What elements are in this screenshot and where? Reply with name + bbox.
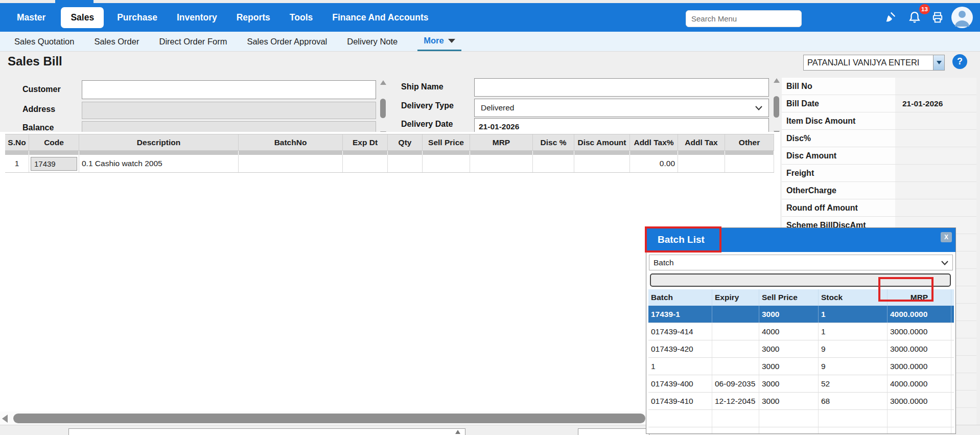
cell-code[interactable]: 17439 [29, 155, 79, 172]
batch-cell-expiry [712, 306, 759, 323]
avatar[interactable] [951, 6, 973, 29]
cell-disc_pct[interactable] [533, 155, 574, 172]
batch-row[interactable]: 017439-414400013000.0000 [648, 323, 954, 340]
address-input[interactable] [82, 102, 376, 119]
scroll-up-icon[interactable] [380, 80, 386, 85]
batch-column-header-stock[interactable]: Stock [819, 289, 888, 306]
summary-value[interactable]: 21-01-2026 [895, 95, 976, 112]
form-mid-scrollbar[interactable] [773, 78, 780, 135]
cell-other[interactable] [725, 155, 774, 172]
batch-cell-stock: 68 [819, 393, 888, 409]
balance-label: Balance [22, 123, 54, 132]
column-header-addl-tax[interactable]: Addl Tax [678, 134, 725, 150]
scroll-up-icon[interactable] [774, 78, 780, 83]
batch-row[interactable] [648, 427, 954, 434]
ship-name-input[interactable] [474, 78, 769, 97]
column-header-disc-amount[interactable]: Disc Amount [574, 134, 630, 150]
summary-label: Disc% [782, 130, 895, 147]
nav-item-master[interactable]: Master [17, 12, 45, 23]
batch-cell-sell_price: 3000 [759, 306, 819, 323]
scroll-left-icon[interactable] [2, 415, 8, 423]
batch-row-selected[interactable]: 17439-1300014000.0000 [648, 306, 954, 323]
batch-cell-sell_price: 3000 [759, 358, 819, 375]
batch-cell-mrp: 4000.0000 [888, 375, 951, 392]
summary-label: Item Disc Amount [782, 112, 895, 129]
company-caret-icon[interactable] [933, 55, 944, 70]
subnav-item-direct-order-form[interactable]: Direct Order Form [159, 32, 227, 51]
subnav-item-more[interactable]: More [417, 32, 461, 51]
batch-cell-batch: 017439-420 [648, 340, 712, 357]
cell-exp_dt[interactable] [343, 155, 388, 172]
notification-badge: 13 [919, 4, 930, 14]
batch-cell-batch: 017439-400 [648, 375, 712, 392]
cell-mrp[interactable] [470, 155, 533, 172]
summary-label: Bill Date [782, 95, 895, 112]
batch-row[interactable]: 017439-41012-12-20453000683000.0000 [648, 393, 954, 410]
horizontal-scroll-thumb[interactable] [13, 414, 645, 423]
batch-cell-batch [648, 410, 712, 427]
batch-cell-mrp [888, 410, 951, 427]
cell-description[interactable]: 0.1 Cashio watch 2005 [79, 155, 239, 172]
nav-item-purchase[interactable]: Purchase [117, 12, 157, 23]
company-selector[interactable]: PATANJALI VANIJYA ENTERI [803, 55, 945, 71]
delivery-date-label: Delivery Date [401, 120, 453, 129]
column-header-mrp[interactable]: MRP [470, 134, 533, 150]
column-header-qty[interactable]: Qty [388, 134, 423, 150]
cell-batch_no[interactable] [239, 155, 343, 172]
batch-row[interactable] [648, 410, 954, 427]
summary-value [895, 78, 976, 95]
customer-input[interactable] [82, 80, 376, 99]
form-left-scrollbar[interactable] [379, 80, 387, 136]
close-icon[interactable]: X [941, 232, 952, 242]
column-header-other[interactable]: Other [725, 134, 774, 150]
batch-cell-stock [819, 410, 888, 427]
scroll-thumb[interactable] [380, 99, 386, 118]
nav-item-sales[interactable]: Sales [61, 7, 104, 28]
subnav-item-sales-quotation[interactable]: Sales Quotation [14, 32, 74, 51]
delivery-type-select[interactable]: Delivered [474, 99, 769, 117]
cell-addl_tax_pct[interactable]: 0.00 [630, 155, 678, 172]
column-header-code[interactable]: Code [29, 134, 79, 150]
summary-row: Bill Date21-01-2026 [782, 95, 976, 112]
cell-sell_price[interactable] [423, 155, 470, 172]
batch-row[interactable]: 017439-420300093000.0000 [648, 340, 954, 358]
subnav-item-delivery-note[interactable]: Delivery Note [347, 32, 398, 51]
batch-search-input[interactable] [650, 273, 951, 287]
nav-item-inventory[interactable]: Inventory [177, 12, 217, 23]
scroll-thumb[interactable] [774, 96, 779, 118]
nav-item-finance-and-accounts[interactable]: Finance And Accounts [332, 12, 428, 23]
cell-qty[interactable] [388, 155, 423, 172]
column-header-batchno[interactable]: BatchNo [239, 134, 343, 150]
table-row[interactable]: 1174390.1 Cashio watch 20050.00 [5, 155, 774, 173]
search-input[interactable] [686, 11, 801, 27]
remarks-input[interactable] [68, 428, 465, 435]
brush-icon[interactable] [881, 9, 899, 26]
batch-column-header-batch[interactable]: Batch [648, 289, 712, 306]
cell-disc_amount[interactable] [574, 155, 630, 172]
ship-name-label: Ship Name [401, 82, 444, 91]
column-header-disc[interactable]: Disc % [533, 134, 574, 150]
batch-row[interactable]: 017439-40006-09-20353000524000.0000 [648, 375, 954, 393]
code-field[interactable]: 17439 [31, 157, 77, 171]
batch-column-header-mrp[interactable]: MRP [888, 289, 951, 306]
batch-column-header-sell-price[interactable]: Sell Price [759, 289, 819, 306]
cell-addl_tax[interactable] [678, 155, 725, 172]
nav-item-reports[interactable]: Reports [237, 12, 270, 23]
column-header-sell-price[interactable]: Sell Price [423, 134, 470, 150]
scroll-up-icon[interactable] [455, 430, 460, 434]
cell-sno[interactable]: 1 [5, 155, 29, 172]
column-header-exp-dt[interactable]: Exp Dt [343, 134, 388, 150]
bottom-secondary-input[interactable] [578, 428, 649, 435]
subnav-item-sales-order[interactable]: Sales Order [94, 32, 139, 51]
column-header-s-no[interactable]: S.No [5, 134, 29, 150]
batch-cell-expiry [712, 358, 759, 375]
printer-icon[interactable] [929, 9, 946, 26]
nav-item-tools[interactable]: Tools [290, 12, 313, 23]
batch-column-header-expiry[interactable]: Expiry [712, 289, 759, 306]
batch-row[interactable]: 1300093000.0000 [648, 358, 954, 375]
subnav-item-sales-order-approval[interactable]: Sales Order Approval [247, 32, 327, 51]
column-header-description[interactable]: Description [79, 134, 239, 150]
batch-filter-select[interactable]: Batch [649, 255, 953, 270]
help-button[interactable]: ? [952, 54, 967, 69]
column-header-addl-tax[interactable]: Addl Tax% [630, 134, 678, 150]
